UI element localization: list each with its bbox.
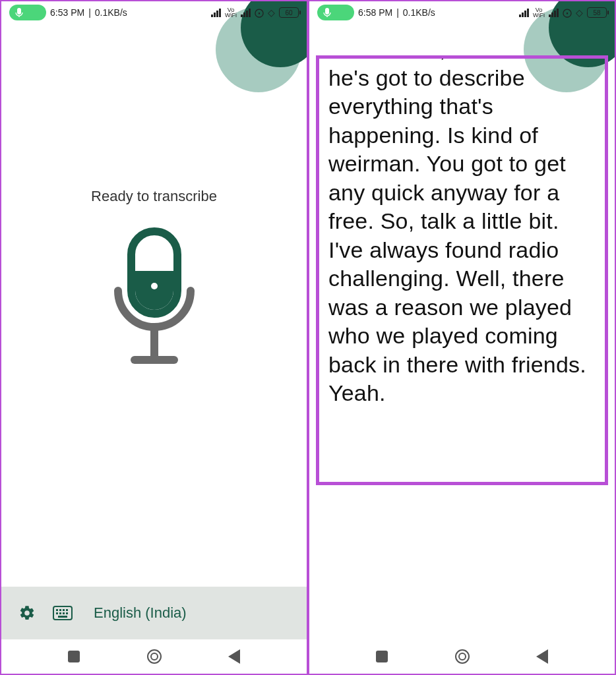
nav-recent-icon[interactable] [376,651,388,662]
status-speed: 0.1KB/s [95,7,127,18]
signal-icon [211,9,221,17]
status-right: VoWiFi ⨀ ◇ 60 [211,7,299,18]
nav-back-icon[interactable] [536,649,548,664]
wifi-icon: ⨀ [255,7,264,18]
battery-icon: 60 [279,7,299,18]
status-bar: 6:53 PM | 0.1KB/s VoWiFi ⨀ ◇ 60 [1,1,307,24]
svg-point-2 [151,283,158,289]
svg-rect-0 [17,8,21,15]
content-area: Ready to transcribe English (India) [1,24,307,639]
status-sep: | [88,7,91,18]
nav-recent-icon[interactable] [68,651,80,662]
signal-icon [519,9,529,17]
phone-left: 6:53 PM | 0.1KB/s VoWiFi ⨀ ◇ 60 Ready to… [0,0,308,675]
microphone-icon[interactable] [98,225,210,370]
content-area: have Court, because then he's got to des… [309,24,615,639]
svg-rect-6 [56,609,58,611]
svg-rect-10 [56,612,58,614]
settings-icon[interactable] [18,604,36,622]
battery-icon: 58 [587,7,607,18]
transcript-highlight-box: have Court, because then he's got to des… [316,55,608,485]
nav-home-icon[interactable] [455,649,470,664]
vowifi-icon: VoWiFi [225,7,237,18]
status-speed: 0.1KB/s [403,7,435,18]
status-right: VoWiFi ⨀ ◇ 58 [519,7,607,18]
svg-rect-14 [58,616,67,618]
status-time: 6:53 PM [50,7,84,18]
nav-bar [309,639,615,674]
svg-rect-11 [59,612,61,614]
bottom-toolbar: English (India) [1,587,307,639]
nav-bar [1,639,307,674]
status-sep: | [396,7,399,18]
recording-indicator [317,5,354,20]
status-time: 6:58 PM [358,7,392,18]
phone-right: 6:58 PM | 0.1KB/s VoWiFi ⨀ ◇ 58 have Cou… [308,0,616,675]
svg-rect-8 [63,609,65,611]
signal-icon-2 [549,9,559,17]
svg-rect-9 [66,609,68,611]
nav-home-icon[interactable] [147,649,162,664]
ready-label: Ready to transcribe [91,188,217,205]
wifi-icon: ⨀ [563,7,572,18]
language-selector[interactable]: English (India) [94,604,187,622]
svg-rect-13 [66,612,68,614]
signal-icon-2 [241,9,251,17]
transcript-text[interactable]: have Court, because then he's got to des… [328,55,596,408]
wifi-icon-2: ◇ [268,7,275,18]
vowifi-icon: VoWiFi [533,7,545,18]
keyboard-icon[interactable] [53,606,73,620]
wifi-icon-2: ◇ [576,7,583,18]
svg-rect-15 [325,8,329,15]
recording-indicator [9,5,46,20]
nav-back-icon[interactable] [228,649,240,664]
status-bar: 6:58 PM | 0.1KB/s VoWiFi ⨀ ◇ 58 [309,1,615,24]
svg-rect-12 [63,612,65,614]
svg-rect-7 [59,609,61,611]
